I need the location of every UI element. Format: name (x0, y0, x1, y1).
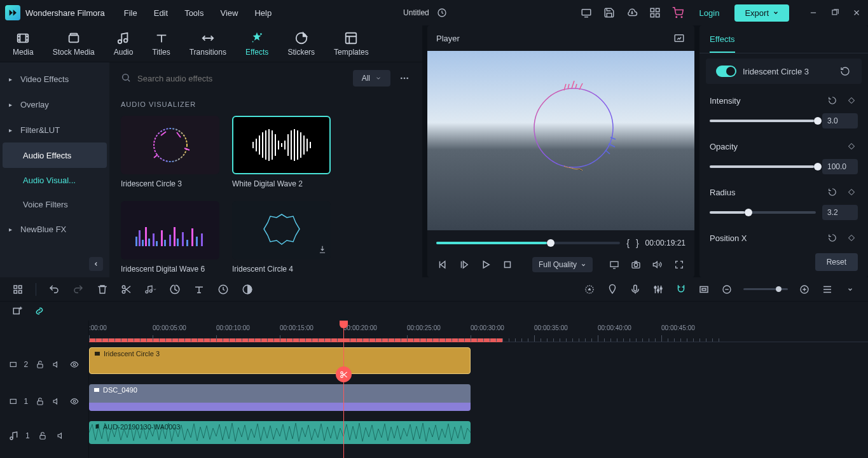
clip-video[interactable]: DSC_0490 (89, 384, 471, 411)
effect-toggle[interactable] (716, 66, 736, 77)
param-slider[interactable] (710, 120, 816, 122)
clip-audio[interactable]: AUD-20190130-WA0003 (89, 421, 471, 444)
tab-media[interactable]: Media (13, 31, 34, 57)
more-icon[interactable] (398, 72, 411, 85)
split-icon[interactable] (120, 283, 133, 296)
tab-stickers[interactable]: Stickers (287, 31, 315, 57)
menu-edit[interactable]: Edit (154, 8, 168, 18)
delete-icon[interactable] (96, 283, 109, 296)
menu-file[interactable]: File (124, 8, 137, 18)
param-reset-icon[interactable] (826, 232, 839, 244)
volume-icon[interactable] (651, 258, 664, 271)
thumb-iridescent-circle-3[interactable]: Iridescent Circle 3 (121, 116, 219, 188)
sidebar-sub-audio-visualizer[interactable]: Audio Visual... (0, 168, 109, 192)
text-icon[interactable] (193, 283, 205, 296)
track-mute-icon[interactable] (55, 429, 68, 442)
playhead[interactable] (343, 321, 344, 458)
redo-icon[interactable] (72, 283, 85, 296)
tab-effects[interactable]: Effects (245, 31, 268, 57)
param-value[interactable]: 3.0 (822, 113, 858, 128)
marker-in[interactable]: { (626, 238, 630, 248)
tl-auto-icon[interactable] (11, 283, 24, 296)
marker-out[interactable]: } (636, 238, 639, 248)
mixer-icon[interactable] (652, 283, 665, 296)
track-video[interactable]: DSC_0490 (89, 379, 868, 416)
minimize-icon[interactable] (807, 6, 820, 19)
preview-display-icon[interactable] (608, 258, 621, 271)
track-lock-icon[interactable] (34, 358, 45, 371)
clip-effect[interactable]: Iridescent Circle 3 (89, 347, 471, 374)
keyframe-icon[interactable] (845, 186, 858, 198)
keyframe-icon[interactable] (845, 232, 858, 244)
track-audio[interactable]: AUD-20190130-WA0003 (89, 416, 868, 448)
track-size-icon[interactable] (821, 283, 834, 296)
param-value[interactable]: 100.0 (822, 159, 858, 174)
snapshot-mode-icon[interactable] (673, 32, 685, 45)
prev-frame-icon[interactable] (436, 258, 449, 271)
speed-icon[interactable] (217, 283, 230, 296)
param-slider[interactable] (710, 211, 816, 214)
param-reset-icon[interactable] (826, 94, 839, 107)
sidebar-item-filter-lut[interactable]: ▸Filter&LUT (0, 117, 109, 142)
props-tab-effects[interactable]: Effects (710, 34, 735, 53)
param-slider[interactable] (710, 165, 816, 168)
ruler[interactable]: :00:0000:00:05:0000:00:10:0000:00:15:000… (89, 321, 868, 342)
sidebar-item-video-effects[interactable]: ▸Video Effects (0, 66, 109, 92)
tab-templates[interactable]: Templates (334, 31, 369, 57)
menu-help[interactable]: Help (254, 8, 272, 18)
zoom-in-icon[interactable] (798, 283, 811, 296)
sidebar-item-overlay[interactable]: ▸Overlay (0, 92, 109, 117)
track-mute-icon[interactable] (52, 395, 62, 408)
track-mute-icon[interactable] (52, 358, 62, 371)
keyframe-icon[interactable] (845, 140, 858, 153)
reset-button[interactable]: Reset (815, 253, 858, 271)
audio-edit-icon[interactable] (144, 283, 157, 296)
param-value[interactable]: 3.2 (822, 205, 858, 220)
keyframe-icon[interactable] (845, 94, 858, 107)
param-reset-icon[interactable] (826, 186, 839, 198)
mic-icon[interactable] (629, 283, 642, 296)
search-input[interactable] (137, 74, 345, 83)
thumb-white-digital-wave-2[interactable]: White Digital Wave 2 (232, 116, 331, 188)
save-icon[interactable] (603, 6, 616, 19)
sidebar-item-audio-effects[interactable]: ▸Audio Effects (3, 142, 107, 168)
zoom-slider[interactable] (743, 288, 788, 290)
tab-transitions[interactable]: Transitions (189, 31, 226, 57)
play-reverse-icon[interactable] (458, 258, 471, 271)
menu-view[interactable]: View (220, 8, 238, 18)
tab-titles[interactable]: Titles (152, 31, 170, 57)
scissor-icon[interactable] (336, 366, 352, 382)
tab-audio[interactable]: Audio (114, 31, 134, 57)
apps-icon[interactable] (649, 6, 661, 19)
close-icon[interactable] (850, 6, 863, 19)
quality-dropdown[interactable]: Full Quality (532, 257, 593, 272)
color-icon[interactable] (241, 283, 254, 296)
cloud-icon[interactable] (626, 6, 638, 19)
device-icon[interactable] (580, 6, 593, 19)
camera-icon[interactable] (630, 258, 642, 271)
track-lock-icon[interactable] (34, 395, 45, 408)
crop-icon[interactable] (169, 283, 181, 296)
magnet-icon[interactable] (675, 283, 687, 296)
export-button[interactable]: Export (734, 4, 789, 22)
sidebar-collapse-icon[interactable] (89, 257, 103, 271)
sidebar-item-newblue[interactable]: ▸NewBlue FX (0, 216, 109, 242)
scrub-bar[interactable] (436, 242, 620, 244)
zoom-out-icon[interactable] (720, 283, 733, 296)
render-icon[interactable] (583, 283, 596, 296)
marker-icon[interactable] (606, 283, 619, 296)
login-button[interactable]: Login (694, 6, 725, 20)
doc-history-icon[interactable] (436, 6, 448, 19)
sidebar-sub-voice-filters[interactable]: Voice Filters (0, 192, 109, 216)
link-icon[interactable] (33, 305, 46, 317)
track-effect[interactable]: Iridescent Circle 3 (89, 342, 868, 379)
stop-icon[interactable] (501, 258, 514, 271)
track-lock-icon[interactable] (36, 429, 49, 442)
filter-dropdown[interactable]: All (353, 70, 390, 87)
track-eye-icon[interactable] (69, 358, 79, 371)
tab-stock-media[interactable]: Stock Media (53, 31, 95, 57)
add-track-icon[interactable] (11, 305, 24, 317)
thumb-iridescent-digital-wave-6[interactable]: Iridescent Digital Wave 6 (121, 201, 219, 274)
thumb-iridescent-circle-4[interactable]: Iridescent Circle 4 (232, 201, 331, 274)
reset-all-icon[interactable] (839, 65, 851, 78)
